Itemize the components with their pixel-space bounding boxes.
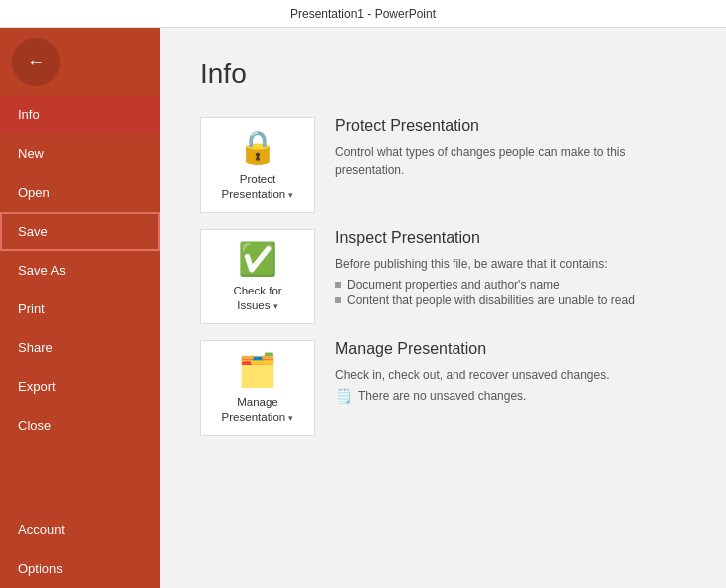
inspect-description: Before publishing this file, be aware th… <box>335 255 686 273</box>
bullet-icon-1 <box>335 282 341 288</box>
content-area: Info 🔒 ProtectPresentation ▾ Protect Pre… <box>160 28 726 588</box>
manage-description: Check in, check out, and recover unsaved… <box>335 366 686 384</box>
lock-icon: 🔒 <box>238 128 277 166</box>
check-dropdown-arrow: ▾ <box>273 301 278 311</box>
back-arrow-icon: ← <box>27 52 45 73</box>
page-title: Info <box>200 58 686 90</box>
manage-icon: 🗂️ <box>238 351 277 389</box>
sidebar-item-new[interactable]: New <box>0 134 160 173</box>
manage-presentation-button[interactable]: 🗂️ ManagePresentation ▾ <box>200 340 315 436</box>
manage-button-label: ManagePresentation ▾ <box>222 395 294 425</box>
manage-title: Manage Presentation <box>335 340 686 358</box>
nav-divider <box>0 445 160 461</box>
protect-presentation-card: 🔒 ProtectPresentation ▾ Protect Presenta… <box>200 117 686 213</box>
sidebar-item-open[interactable]: Open <box>0 173 160 212</box>
bullet-icon-2 <box>335 297 341 303</box>
title-bar-text: Presentation1 - PowerPoint <box>290 7 436 21</box>
check-icon: ✅ <box>238 240 277 278</box>
title-bar: Presentation1 - PowerPoint <box>0 0 726 28</box>
inspect-list-item-2: Content that people with disabilities ar… <box>335 293 686 308</box>
manage-text-area: Manage Presentation Check in, check out,… <box>315 340 686 404</box>
main-layout: ← Info New Open Save Save As Print Share… <box>0 28 726 588</box>
manage-presentation-card: 🗂️ ManagePresentation ▾ Manage Presentat… <box>200 340 686 436</box>
inspect-text-area: Inspect Presentation Before publishing t… <box>315 229 686 308</box>
sidebar-item-options[interactable]: Options <box>0 549 160 588</box>
sidebar-item-close[interactable]: Close <box>0 406 160 445</box>
sidebar-item-print[interactable]: Print <box>0 290 160 328</box>
sidebar: ← Info New Open Save Save As Print Share… <box>0 28 160 588</box>
manage-sub-icon: 🗒️ <box>335 388 352 404</box>
protect-description: Control what types of changes people can… <box>335 143 686 179</box>
sidebar-item-save-as[interactable]: Save As <box>0 251 160 290</box>
sidebar-item-export[interactable]: Export <box>0 367 160 406</box>
protect-presentation-button[interactable]: 🔒 ProtectPresentation ▾ <box>200 117 315 213</box>
sidebar-item-save[interactable]: Save <box>0 212 160 251</box>
inspect-title: Inspect Presentation <box>335 229 686 247</box>
check-button-label: Check forIssues ▾ <box>233 284 281 313</box>
protect-title: Protect Presentation <box>335 117 686 135</box>
inspect-presentation-card: ✅ Check forIssues ▾ Inspect Presentation… <box>200 229 686 324</box>
sidebar-item-share[interactable]: Share <box>0 328 160 367</box>
sidebar-item-account[interactable]: Account <box>0 510 160 549</box>
manage-sub-note: 🗒️ There are no unsaved changes. <box>335 388 686 404</box>
inspect-list-item-1: Document properties and author's name <box>335 277 686 293</box>
sidebar-item-info[interactable]: Info <box>0 96 160 134</box>
manage-dropdown-arrow: ▾ <box>288 413 293 423</box>
manage-sub-text: There are no unsaved changes. <box>358 389 526 403</box>
back-button[interactable]: ← <box>12 38 60 86</box>
protect-text-area: Protect Presentation Control what types … <box>315 117 686 179</box>
protect-button-label: ProtectPresentation ▾ <box>222 172 294 202</box>
protect-dropdown-arrow: ▾ <box>288 190 293 200</box>
check-for-issues-button[interactable]: ✅ Check forIssues ▾ <box>200 229 315 324</box>
inspect-list: Document properties and author's name Co… <box>335 277 686 308</box>
